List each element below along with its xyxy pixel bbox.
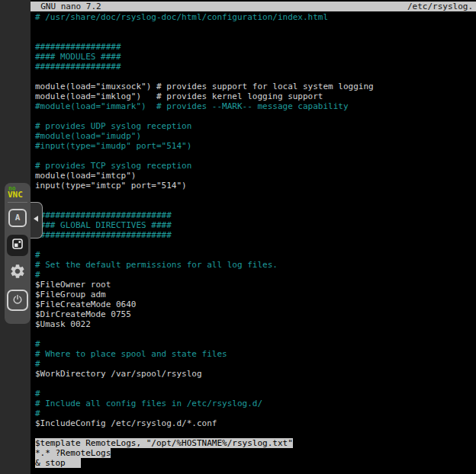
novnc-control-bar: no VNC A — [5, 183, 31, 324]
fullscreen-icon — [11, 238, 24, 253]
editor-line: $FileOwner root — [35, 280, 476, 290]
editor-line: $Umask 0022 — [35, 319, 476, 329]
editor-line — [35, 191, 476, 200]
nano-titlebar: GNU nano 7.2 /etc/rsyslog. — [31, 2, 476, 11]
nano-filename-label: /etc/rsyslog. — [407, 2, 473, 11]
editor-line: #### GLOBAL DIRECTIVES #### — [35, 220, 476, 230]
editor-line: #module(load="imudp") — [35, 131, 476, 141]
editor-line: # Include all config files in /etc/rsysl… — [35, 399, 476, 408]
editor-line: # — [35, 339, 476, 349]
editor-line: $FileCreateMode 0640 — [35, 299, 476, 309]
editor-line: $IncludeConfig /etc/rsyslog.d/*.conf — [35, 418, 476, 428]
editor-line — [35, 151, 476, 161]
power-icon — [12, 293, 23, 308]
editor-line — [35, 200, 476, 210]
terminal[interactable]: GNU nano 7.2 /etc/rsyslog. # /usr/share/… — [31, 0, 476, 474]
editor-line: # — [35, 389, 476, 399]
editor-line: # — [35, 408, 476, 418]
keyboard-button[interactable]: A — [8, 209, 27, 227]
editor-line — [35, 111, 476, 121]
editor-line: # Set the default permissions for all lo… — [35, 260, 476, 270]
editor-line — [35, 329, 476, 339]
gear-icon — [9, 263, 26, 283]
editor-line: # provides UDP syslog reception — [35, 121, 476, 131]
editor-line — [35, 22, 476, 32]
editor-line: # — [35, 359, 476, 369]
editor-line — [35, 428, 476, 438]
editor-line: ################# — [35, 62, 476, 72]
novnc-logo: no VNC — [8, 186, 27, 198]
controlbar-collapse-handle[interactable] — [31, 202, 43, 239]
editor-line: $WorkDirectory /var/spool/rsyslog — [35, 369, 476, 379]
fullscreen-button[interactable] — [7, 235, 28, 256]
editor-line: module(load="imuxsock") # provides suppo… — [35, 82, 476, 91]
editor-line — [35, 240, 476, 250]
editor-line: ################# — [35, 42, 476, 52]
editor-line: #module(load="immark") # provides --MARK… — [35, 101, 476, 111]
editor-line: # Where to place spool and state files — [35, 349, 476, 359]
editor-line: input(type="imtcp" port="514") — [35, 181, 476, 191]
editor-line: module(load="imtcp") — [35, 171, 476, 181]
vnc-screen: GNU nano 7.2 /etc/rsyslog. # /usr/share/… — [0, 0, 476, 474]
editor-line: #### MODULES #### — [35, 52, 476, 62]
editor-line: & stop — [35, 458, 476, 468]
keycap-a-icon: A — [15, 210, 21, 226]
editor-line: # /usr/share/doc/rsyslog-doc/html/config… — [35, 12, 476, 22]
editor-line — [35, 72, 476, 82]
editor-line: # — [35, 270, 476, 280]
nano-version-label: GNU nano 7.2 — [31, 2, 101, 11]
novnc-logo-vnc: VNC — [8, 192, 27, 198]
panel-divider — [8, 202, 27, 203]
editor-line: ########################### — [35, 230, 476, 240]
editor-line: module(load="imklog") # provides kernel … — [35, 91, 476, 101]
editor-line: # — [35, 250, 476, 260]
editor-line: $DirCreateMode 0755 — [35, 309, 476, 319]
settings-button[interactable] — [8, 264, 27, 282]
editor-line — [35, 32, 476, 42]
power-button[interactable] — [7, 290, 28, 311]
editor-line: # provides TCP syslog reception — [35, 161, 476, 171]
editor-content[interactable]: # /usr/share/doc/rsyslog-doc/html/config… — [35, 12, 476, 468]
editor-line: ########################### — [35, 210, 476, 220]
editor-line: $FileGroup adm — [35, 290, 476, 299]
editor-line — [35, 379, 476, 389]
editor-line: *.* ?RemoteLogs — [35, 448, 476, 458]
editor-line: #input(type="imudp" port="514") — [35, 141, 476, 151]
chevron-left-icon — [34, 216, 38, 222]
editor-line: $template RemoteLogs, "/opt/%HOSTNAME%/r… — [35, 438, 476, 448]
